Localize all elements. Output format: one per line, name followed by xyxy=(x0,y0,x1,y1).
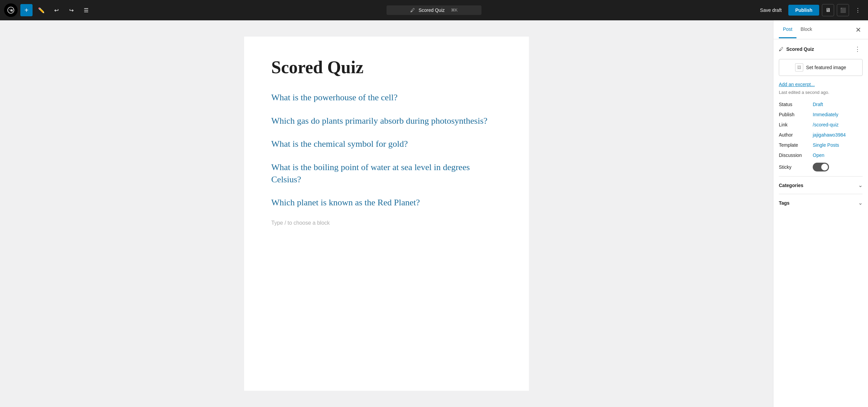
undo-button[interactable]: ↩ xyxy=(50,4,62,16)
add-block-button[interactable]: + xyxy=(20,4,33,16)
settings-button[interactable]: ⬛ xyxy=(837,4,849,16)
editor-area[interactable]: Scored Quiz What is the powerhouse of th… xyxy=(0,20,773,407)
sidebar-header: Post Block ✕ xyxy=(773,20,868,39)
topbar-right: Save draft Publish 🖥 ⬛ ⋮ xyxy=(756,4,864,16)
author-label: Author xyxy=(779,132,813,138)
sticky-toggle[interactable] xyxy=(813,163,829,171)
publish-row: Publish Immediately xyxy=(779,112,863,117)
image-placeholder-icon: 🖼 xyxy=(795,63,803,72)
document-title: Scored Quiz xyxy=(418,7,445,13)
discussion-value[interactable]: Open xyxy=(813,152,824,158)
add-excerpt-link[interactable]: Add an excerpt... xyxy=(779,82,815,87)
tags-label: Tags xyxy=(779,200,790,206)
quiz-question-3[interactable]: What is the chemical symbol for gold? xyxy=(271,138,502,150)
plus-icon: + xyxy=(24,6,28,14)
set-featured-image-button[interactable]: 🖼 Set featured image xyxy=(779,59,863,76)
save-draft-button[interactable]: Save draft xyxy=(756,5,786,15)
sidebar-body: 🖊 Scored Quiz ⋮ 🖼 Set featured image Add… xyxy=(773,39,868,407)
sidebar: Post Block ✕ 🖊 Scored Quiz ⋮ 🖼 Set featu… xyxy=(773,20,868,407)
quiz-question-1[interactable]: What is the powerhouse of the cell? xyxy=(271,91,502,104)
link-row: Link /scored-quiz xyxy=(779,122,863,127)
keyboard-shortcut: ⌘K xyxy=(451,8,458,13)
discussion-row: Discussion Open xyxy=(779,152,863,158)
status-value[interactable]: Draft xyxy=(813,102,823,107)
featured-image-label: Set featured image xyxy=(806,65,846,70)
link-label: Link xyxy=(779,122,813,127)
wp-logo xyxy=(4,3,18,17)
sidebar-post-title-row: 🖊 Scored Quiz ⋮ xyxy=(779,45,863,54)
template-row: Template Single Posts xyxy=(779,142,863,148)
more-options-button[interactable]: ⋮ xyxy=(852,4,864,16)
monitor-icon: 🖥 xyxy=(825,7,831,13)
document-title-bar[interactable]: 🖊 Scored Quiz ⌘K xyxy=(387,5,481,15)
close-icon: ✕ xyxy=(855,26,861,34)
list-view-icon: ☰ xyxy=(84,7,88,14)
post-title[interactable]: Scored Quiz xyxy=(271,57,502,78)
sticky-row: Sticky xyxy=(779,163,863,171)
author-row: Author jajigahawo3984 xyxy=(779,132,863,138)
author-value[interactable]: jajigahawo3984 xyxy=(813,132,846,138)
block-placeholder[interactable]: Type / to choose a block xyxy=(271,220,502,226)
preview-button[interactable]: 🖥 xyxy=(822,4,834,16)
sidebar-post-title: Scored Quiz xyxy=(786,46,850,52)
publish-button[interactable]: Publish xyxy=(788,5,819,16)
redo-button[interactable]: ↪ xyxy=(65,4,77,16)
tab-block[interactable]: Block xyxy=(796,21,816,38)
tools-button[interactable]: ✏️ xyxy=(35,4,47,16)
status-label: Status xyxy=(779,102,813,107)
quill-icon: 🖊 xyxy=(410,7,415,13)
editor-content: Scored Quiz What is the powerhouse of th… xyxy=(244,37,529,391)
list-view-button[interactable]: ☰ xyxy=(80,4,92,16)
topbar: + ✏️ ↩ ↪ ☰ 🖊 Scored Quiz ⌘K Save draft P… xyxy=(0,0,868,20)
categories-chevron-icon: ⌄ xyxy=(858,182,863,188)
publish-value[interactable]: Immediately xyxy=(813,112,838,117)
quiz-question-5[interactable]: Which planet is known as the Red Planet? xyxy=(271,197,502,209)
quiz-question-2[interactable]: Which gas do plants primarily absorb dur… xyxy=(271,115,502,127)
status-row: Status Draft xyxy=(779,102,863,107)
tags-section[interactable]: Tags ⌄ xyxy=(779,194,863,211)
pencil-icon: ✏️ xyxy=(38,7,45,14)
template-value[interactable]: Single Posts xyxy=(813,142,839,148)
undo-icon: ↩ xyxy=(54,7,59,14)
tags-chevron-icon: ⌄ xyxy=(858,200,863,206)
ellipsis-icon: ⋮ xyxy=(855,7,861,14)
categories-label: Categories xyxy=(779,183,803,188)
last-edited: Last edited a second ago. xyxy=(779,90,863,95)
sidebar-quill-icon: 🖊 xyxy=(779,46,784,52)
sidebar-icon: ⬛ xyxy=(840,7,846,13)
sticky-label: Sticky xyxy=(779,164,813,170)
link-value[interactable]: /scored-quiz xyxy=(813,122,839,127)
main-layout: Scored Quiz What is the powerhouse of th… xyxy=(0,20,868,407)
close-sidebar-button[interactable]: ✕ xyxy=(854,24,863,35)
publish-row-label: Publish xyxy=(779,112,813,117)
template-label: Template xyxy=(779,142,813,148)
redo-icon: ↪ xyxy=(69,7,74,14)
discussion-label: Discussion xyxy=(779,152,813,158)
quiz-question-4[interactable]: What is the boiling point of water at se… xyxy=(271,161,502,186)
tab-post[interactable]: Post xyxy=(779,21,796,38)
sidebar-options-button[interactable]: ⋮ xyxy=(852,45,863,54)
categories-section[interactable]: Categories ⌄ xyxy=(779,176,863,194)
